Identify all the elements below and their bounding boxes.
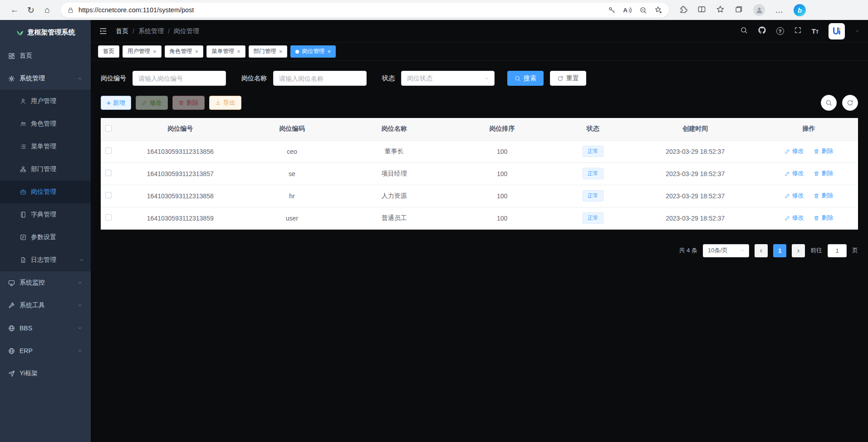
status-select-placeholder: 岗位状态 xyxy=(407,74,432,83)
header-search-icon[interactable] xyxy=(740,26,748,36)
delete-button[interactable]: 删除 xyxy=(172,96,205,110)
tab-user-mgmt[interactable]: 用户管理 × xyxy=(123,45,162,58)
search-button[interactable]: 搜索 xyxy=(507,71,544,86)
password-key-icon[interactable] xyxy=(608,6,616,14)
trash-icon xyxy=(814,215,819,221)
row-delete-link[interactable]: 删除 xyxy=(814,169,833,177)
cell-post-code: hr xyxy=(245,185,339,207)
col-post-id: 岗位编号 xyxy=(116,118,245,140)
prev-page-button[interactable]: ‹ xyxy=(755,244,768,257)
sidebar-item-dept-mgmt[interactable]: 部门管理 xyxy=(0,158,91,181)
refresh-icon xyxy=(847,99,853,106)
address-bar[interactable]: https://ccnetcore.com:1101/system/post A xyxy=(61,3,669,18)
tab-home[interactable]: 首页 xyxy=(98,45,119,58)
sidebar-item-system-monitor[interactable]: 系统监控 xyxy=(0,271,91,294)
font-size-icon[interactable]: TT xyxy=(812,28,819,34)
sidebar-item-menu-mgmt[interactable]: 菜单管理 xyxy=(0,135,91,158)
post-id-input[interactable] xyxy=(132,71,226,86)
browser-refresh-button[interactable]: ↻ xyxy=(23,2,39,18)
row-delete-link[interactable]: 删除 xyxy=(814,214,833,222)
sidebar-item-param-settings[interactable]: 参数设置 xyxy=(0,226,91,249)
next-page-button[interactable]: › xyxy=(792,244,805,257)
read-aloud-icon[interactable]: A xyxy=(623,7,632,14)
zoom-out-icon[interactable] xyxy=(639,6,647,14)
extensions-icon[interactable] xyxy=(679,5,687,15)
reset-button[interactable]: 重置 xyxy=(550,71,586,86)
breadcrumb-home[interactable]: 首页 xyxy=(116,27,128,35)
browser-profile-avatar[interactable] xyxy=(753,4,765,16)
search-icon xyxy=(825,99,832,106)
browser-menu-icon[interactable]: … xyxy=(775,5,784,15)
row-edit-link[interactable]: 修改 xyxy=(785,147,804,155)
user-avatar[interactable] xyxy=(829,23,845,39)
row-edit-link[interactable]: 修改 xyxy=(785,192,804,200)
status-select[interactable]: 岗位状态 xyxy=(401,71,495,86)
sidebar-item-system-mgmt[interactable]: 系统管理 xyxy=(0,67,91,90)
page-size-select[interactable]: 10条/页 xyxy=(703,244,749,257)
row-delete-link[interactable]: 删除 xyxy=(814,147,833,155)
close-icon[interactable]: × xyxy=(195,49,199,54)
current-page-button[interactable]: 1 xyxy=(773,244,786,257)
sidebar-fold-icon[interactable] xyxy=(99,27,108,35)
sidebar-item-role-mgmt[interactable]: 角色管理 xyxy=(0,113,91,135)
sidebar-item-bbs[interactable]: BBS xyxy=(0,317,91,339)
tab-role-mgmt[interactable]: 角色管理 × xyxy=(165,45,204,58)
row-checkbox[interactable] xyxy=(105,170,112,176)
split-screen-icon[interactable] xyxy=(697,5,706,15)
sidebar-item-user-mgmt[interactable]: 用户管理 xyxy=(0,90,91,113)
row-checkbox[interactable] xyxy=(105,147,112,154)
avatar-caret-icon[interactable] xyxy=(855,29,860,34)
sidebar-item-log-mgmt[interactable]: 日志管理 xyxy=(0,249,91,271)
sidebar-item-label: 岗位管理 xyxy=(31,188,56,196)
refresh-table-button[interactable] xyxy=(842,95,858,111)
browser-home-button[interactable]: ⌂ xyxy=(39,2,55,18)
post-name-label: 岗位名称 xyxy=(241,74,267,83)
sidebar-item-label: 系统监控 xyxy=(20,279,45,287)
row-checkbox[interactable] xyxy=(105,192,112,198)
post-name-input[interactable] xyxy=(273,71,367,86)
sidebar-item-post-mgmt[interactable]: 岗位管理 xyxy=(0,181,91,203)
close-icon[interactable]: × xyxy=(327,49,331,54)
favorites-bar-icon[interactable] xyxy=(716,5,725,15)
help-icon[interactable]: ? xyxy=(776,27,784,35)
fullscreen-icon[interactable] xyxy=(794,26,802,36)
select-all-checkbox[interactable] xyxy=(105,125,112,132)
github-icon[interactable] xyxy=(758,26,766,36)
sidebar-item-system-tools[interactable]: 系统工具 xyxy=(0,294,91,317)
trash-icon xyxy=(814,171,819,177)
delete-button-label: 删除 xyxy=(186,99,199,107)
tab-dept-mgmt[interactable]: 部门管理 × xyxy=(249,45,288,58)
pencil-icon xyxy=(142,100,147,106)
row-checkbox[interactable] xyxy=(105,214,112,221)
add-button[interactable]: + 新增 xyxy=(101,96,131,110)
cell-post-id: 1641030593112313857 xyxy=(116,162,245,185)
row-edit-link[interactable]: 修改 xyxy=(785,214,804,222)
monitor-icon xyxy=(8,280,15,286)
status-badge: 正常 xyxy=(583,190,603,201)
tab-menu-mgmt[interactable]: 菜单管理 × xyxy=(206,45,245,58)
sidebar-item-home[interactable]: 首页 xyxy=(0,44,91,67)
breadcrumb-system[interactable]: 系统管理 xyxy=(138,27,164,35)
close-icon[interactable]: × xyxy=(153,49,157,54)
sidebar-item-dict-mgmt[interactable]: 字典管理 xyxy=(0,203,91,226)
gear-icon xyxy=(8,75,15,82)
browser-back-button[interactable]: ← xyxy=(6,2,23,18)
tab-label: 部门管理 xyxy=(254,48,276,55)
tab-post-mgmt[interactable]: 岗位管理 × xyxy=(290,45,336,58)
chevron-down-icon xyxy=(740,248,745,253)
sidebar-item-erp[interactable]: ERP xyxy=(0,339,91,362)
browser-actions: … b xyxy=(679,4,806,16)
bing-copilot-icon[interactable]: b xyxy=(794,4,806,16)
row-delete-link[interactable]: 删除 xyxy=(814,192,833,200)
tab-label: 首页 xyxy=(103,48,114,55)
row-edit-link[interactable]: 修改 xyxy=(785,169,804,177)
sidebar-item-yi-framework[interactable]: Yi框架 xyxy=(0,362,91,385)
edit-button[interactable]: 修改 xyxy=(136,96,168,110)
add-favorite-icon[interactable] xyxy=(654,6,662,14)
goto-page-input[interactable] xyxy=(828,244,847,257)
export-button[interactable]: 导出 xyxy=(209,96,241,110)
close-icon[interactable]: × xyxy=(237,49,240,54)
collections-icon[interactable] xyxy=(735,5,743,15)
close-icon[interactable]: × xyxy=(279,49,283,54)
toggle-search-button[interactable] xyxy=(821,95,837,111)
